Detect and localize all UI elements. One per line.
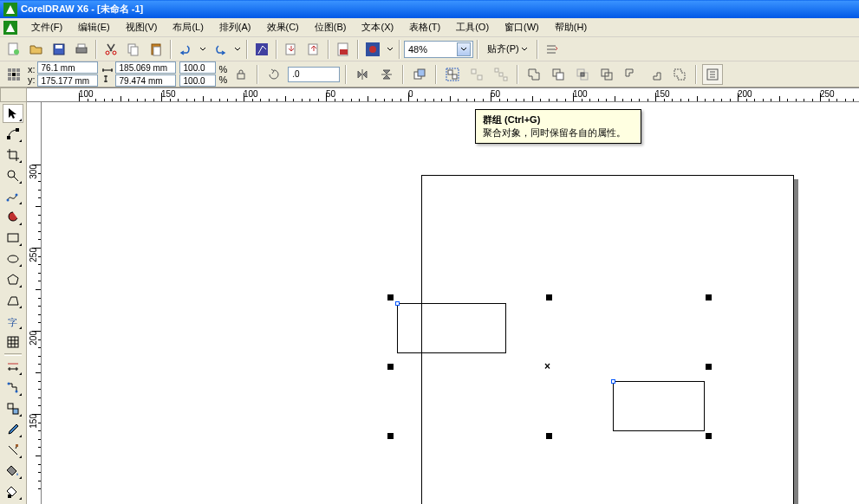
menu-table[interactable]: 表格(T) [402,19,447,36]
menu-file[interactable]: 文件(F) [24,19,69,36]
rectangle-tool[interactable] [3,229,23,248]
outline-tool[interactable] [3,441,23,460]
snap-dropdown[interactable]: 贴齐(P) [482,42,533,55]
back-minus-front-button[interactable] [645,64,666,85]
tooltip-body: 聚合对象，同时保留各自的属性。 [483,126,634,139]
dimension-tool[interactable] [3,358,23,377]
x-position-input[interactable] [37,61,98,74]
paste-button[interactable] [146,39,166,60]
app-launcher-button[interactable] [362,39,383,60]
selection-handle-se[interactable] [706,433,712,439]
ungroup-all-button[interactable] [491,64,511,85]
table-tool[interactable] [3,333,23,352]
menu-bitmap[interactable]: 位图(B) [308,19,354,36]
menu-edit[interactable]: 编辑(E) [71,19,117,36]
interactive-fill-tool[interactable] [3,482,23,501]
smartfill-icon [6,210,20,224]
selection-handle-ne[interactable] [706,294,712,300]
fill-tool[interactable] [3,462,23,481]
intersect-button[interactable] [572,64,593,85]
publish-pdf-button[interactable] [333,39,354,60]
polygon-tool[interactable] [3,270,23,289]
rect-icon [6,231,20,245]
basic-shapes-tool[interactable] [3,291,23,310]
ruler-corner[interactable] [0,87,27,102]
align-distribute-button[interactable] [702,64,723,85]
height-input[interactable] [115,74,176,87]
rotation-icon-btn[interactable] [264,64,284,85]
save-button[interactable] [49,39,69,60]
lock-ratio-button[interactable] [231,64,251,85]
options-button[interactable] [542,39,563,60]
selection-handle-sw[interactable] [387,433,394,439]
simplify-button[interactable] [596,64,617,85]
selection-handle-w[interactable] [387,364,394,370]
search-content-button[interactable] [251,39,272,60]
menu-effects[interactable]: 效果(C) [260,19,306,36]
menu-window[interactable]: 窗口(W) [498,19,546,36]
selection-center[interactable]: × [544,360,550,372]
selection-handle-e[interactable] [706,364,712,370]
cut-button[interactable] [101,39,121,60]
y-position-input[interactable] [37,74,98,87]
app-title: CorelDRAW X6 - [未命名 -1] [21,3,143,16]
group-button[interactable] [442,64,463,85]
open-button[interactable] [26,39,47,60]
zoom-combo[interactable]: 48% [404,41,473,58]
pick-tool[interactable] [3,104,23,123]
menu-layout[interactable]: 布局(L) [166,19,210,36]
selection-handle-nw[interactable] [387,294,394,300]
weld-button[interactable] [524,64,544,85]
eyedropper-tool[interactable] [3,420,23,439]
rotation-input[interactable] [288,67,340,82]
drawn-rectangle-2[interactable] [613,381,705,431]
canvas-area[interactable]: × [42,102,859,504]
width-input[interactable] [115,61,176,74]
menu-tools[interactable]: 工具(O) [449,19,496,36]
app-launcher-drop[interactable] [385,39,395,60]
shape-tool[interactable] [3,125,23,144]
zoom-tool[interactable] [3,166,23,185]
scale-x-input[interactable] [179,61,216,74]
selection-handle-s[interactable] [546,433,552,439]
import-button[interactable] [281,39,302,60]
ellipse-tool[interactable] [3,249,23,268]
to-front-button[interactable] [409,64,430,85]
shape-node[interactable] [611,379,615,384]
undo-button[interactable] [175,39,196,60]
menu-text[interactable]: 文本(X) [355,19,400,36]
interactive-tool[interactable] [3,399,23,418]
ruler-horizontal[interactable]: 10015010050050100150200250 [27,87,859,102]
ungroup-button[interactable] [466,64,487,85]
freehand-tool[interactable] [3,187,23,206]
selection-handle-n[interactable] [546,294,552,300]
trim-button[interactable] [548,64,569,85]
redo-button[interactable] [210,39,231,60]
svg-rect-24 [8,73,11,76]
object-origin-button[interactable] [3,64,24,85]
connector-tool[interactable] [3,378,23,397]
mirror-v-button[interactable] [376,64,397,85]
scale-y-input[interactable] [179,74,216,87]
menu-view[interactable]: 视图(V) [119,19,165,36]
menu-help[interactable]: 帮助(H) [548,19,594,36]
smart-fill-tool[interactable] [3,208,23,227]
drawn-rectangle-1[interactable] [397,303,506,353]
boundary-button[interactable] [669,64,690,85]
shape-node[interactable] [395,301,400,306]
redo-drop[interactable] [232,39,243,60]
separator [537,40,538,59]
ruler-vertical[interactable]: 300250200150 [27,102,42,504]
svg-rect-16 [309,44,317,55]
undo-drop[interactable] [198,39,208,60]
menu-arrange[interactable]: 排列(A) [212,19,258,36]
export-button[interactable] [303,39,324,60]
text-tool[interactable]: 字 [3,312,23,331]
new-button[interactable] [3,39,24,60]
print-button[interactable] [71,39,92,60]
y-label: y: [28,74,36,85]
copy-button[interactable] [123,39,144,60]
crop-tool[interactable] [3,145,23,165]
front-minus-back-button[interactable] [621,64,641,85]
mirror-h-button[interactable] [352,64,373,85]
